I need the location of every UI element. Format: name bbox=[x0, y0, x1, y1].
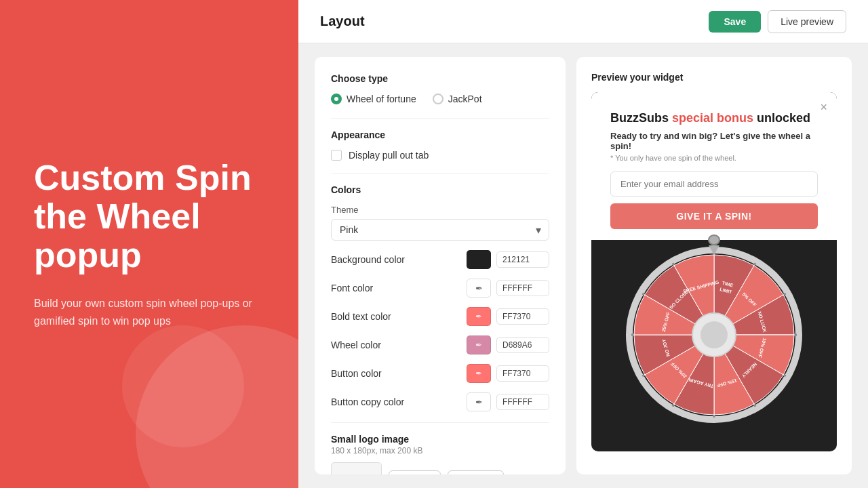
button-color-hex[interactable] bbox=[496, 365, 549, 382]
logo-subtitle: 180 x 180px, max 200 kB bbox=[331, 446, 549, 455]
radio-label-jackpot: JackPot bbox=[448, 94, 482, 104]
bold-text-color-row: Bold text color ✒ bbox=[331, 307, 549, 326]
pointer-circle bbox=[708, 235, 720, 245]
display-pull-tab-checkbox[interactable] bbox=[331, 150, 342, 161]
widget-brand: BuzzSubs bbox=[610, 111, 669, 125]
wheel-container: TIMELIMIT5% OFFNO LUCK10% OFFNEARLY15% O… bbox=[626, 247, 802, 423]
top-bar: Layout Save Live preview bbox=[298, 0, 868, 43]
background-color-row: Background color bbox=[331, 250, 549, 269]
button-color-input-group: ✒ bbox=[467, 364, 549, 383]
wheel-color-input-group: ✒ bbox=[467, 336, 549, 354]
bold-text-color-hex[interactable] bbox=[496, 308, 549, 325]
background-color-swatch[interactable] bbox=[467, 250, 491, 269]
font-color-hex[interactable] bbox=[496, 280, 549, 296]
save-button[interactable]: Save bbox=[709, 11, 761, 33]
svg-point-26 bbox=[701, 321, 728, 348]
theme-select[interactable]: Pink Red Blue Green Custom bbox=[331, 219, 549, 241]
radio-jackpot[interactable]: JackPot bbox=[433, 94, 482, 104]
left-description: Build your own custom spin wheel pop-ups… bbox=[34, 295, 264, 329]
divider-1 bbox=[331, 118, 549, 119]
logo-upload-row: 180 x 180px Browse Remove bbox=[331, 462, 549, 474]
theme-section: Theme Pink Red Blue Green Custom bbox=[331, 205, 549, 241]
button-color-swatch[interactable]: ✒ bbox=[467, 364, 491, 383]
logo-placeholder: 180 x 180px bbox=[331, 462, 382, 474]
font-color-label: Font color bbox=[331, 283, 373, 293]
live-preview-button[interactable]: Live preview bbox=[768, 10, 846, 33]
font-color-row: Font color ✒ bbox=[331, 279, 549, 298]
remove-button[interactable]: Remove bbox=[448, 470, 503, 474]
page-title: Layout bbox=[320, 14, 365, 29]
button-copy-color-eyedropper[interactable]: ✒ bbox=[467, 392, 491, 411]
right-panel: Layout Save Live preview Choose type Whe… bbox=[298, 0, 868, 488]
button-color-label: Button color bbox=[331, 368, 382, 379]
radio-label-wheel: Wheel of fortune bbox=[347, 94, 416, 104]
radio-dot-jackpot bbox=[433, 94, 443, 104]
preview-title: Preview your widget bbox=[591, 72, 837, 83]
wheel-color-row: Wheel color ✒ bbox=[331, 336, 549, 354]
widget-headline: BuzzSubs special bonus unlocked bbox=[610, 111, 818, 125]
wheel-svg: TIMELIMIT5% OFFNO LUCK10% OFFNEARLY15% O… bbox=[626, 247, 802, 423]
appearance-heading: Appearance bbox=[331, 129, 549, 140]
colors-heading: Colors bbox=[331, 184, 549, 195]
bold-text-color-label: Bold text color bbox=[331, 311, 391, 322]
font-color-input-group: ✒ bbox=[467, 279, 549, 298]
background-color-input-group bbox=[467, 250, 549, 269]
button-copy-color-hex[interactable] bbox=[496, 394, 549, 410]
button-copy-color-label: Button copy color bbox=[331, 396, 404, 407]
font-color-eyedropper[interactable]: ✒ bbox=[467, 279, 491, 298]
eyedropper-icon: ✒ bbox=[475, 283, 483, 293]
widget-email-input[interactable] bbox=[610, 171, 818, 197]
widget-preview: × BuzzSubs special bonus unlocked Ready … bbox=[591, 92, 837, 451]
logo-section: Small logo image 180 x 180px, max 200 kB… bbox=[331, 434, 549, 474]
wheel-color-swatch[interactable]: ✒ bbox=[467, 336, 491, 354]
radio-dot-wheel bbox=[331, 94, 342, 104]
choose-type-row: Wheel of fortune JackPot bbox=[331, 94, 549, 104]
background-color-hex[interactable] bbox=[496, 251, 549, 268]
left-title: Custom Spin the Wheel popup bbox=[34, 159, 264, 275]
left-panel: Custom Spin the Wheel popup Build your o… bbox=[0, 0, 298, 488]
theme-label: Theme bbox=[331, 205, 549, 215]
appearance-row: Display pull out tab bbox=[331, 150, 549, 161]
eyedropper-icon-bold: ✒ bbox=[475, 312, 482, 321]
widget-note: * You only have one spin of the wheel. bbox=[610, 154, 818, 162]
divider-2 bbox=[331, 173, 549, 174]
content-area: Choose type Wheel of fortune JackPot App… bbox=[298, 43, 868, 488]
divider-3 bbox=[331, 422, 549, 423]
theme-select-wrapper: Pink Red Blue Green Custom bbox=[331, 219, 549, 241]
wheel-area: TIMELIMIT5% OFFNO LUCK10% OFFNEARLY15% O… bbox=[591, 240, 837, 423]
widget-top: BuzzSubs special bonus unlocked Ready to… bbox=[591, 92, 837, 240]
widget-close-button[interactable]: × bbox=[820, 100, 827, 115]
wheel-pointer bbox=[707, 235, 722, 255]
pointer-triangle bbox=[709, 245, 719, 255]
display-pull-tab-label: Display pull out tab bbox=[349, 150, 429, 161]
settings-panel: Choose type Wheel of fortune JackPot App… bbox=[315, 57, 566, 474]
widget-special-text: special bonus bbox=[672, 111, 753, 125]
top-bar-actions: Save Live preview bbox=[709, 10, 846, 33]
bold-text-color-input-group: ✒ bbox=[467, 307, 549, 326]
eyedropper-icon-copy: ✒ bbox=[475, 397, 483, 407]
widget-headline-suffix: unlocked bbox=[757, 111, 810, 125]
wheel-color-hex[interactable] bbox=[496, 337, 549, 353]
button-copy-color-input-group: ✒ bbox=[467, 392, 549, 411]
background-color-label: Background color bbox=[331, 254, 405, 265]
button-copy-color-row: Button copy color ✒ bbox=[331, 392, 549, 411]
bold-text-color-swatch[interactable]: ✒ bbox=[467, 307, 491, 326]
widget-spin-button[interactable]: GIVE IT A SPIN! bbox=[610, 203, 818, 229]
wheel-color-label: Wheel color bbox=[331, 340, 381, 350]
logo-title: Small logo image bbox=[331, 434, 549, 445]
radio-wheel-of-fortune[interactable]: Wheel of fortune bbox=[331, 94, 416, 104]
widget-subtext: Ready to try and win big? Let's give the… bbox=[610, 131, 818, 151]
eyedropper-icon-button: ✒ bbox=[475, 369, 482, 378]
eyedropper-icon-wheel: ✒ bbox=[475, 340, 482, 350]
browse-button[interactable]: Browse bbox=[389, 470, 441, 474]
choose-type-heading: Choose type bbox=[331, 73, 549, 84]
preview-panel: Preview your widget × BuzzSubs special b… bbox=[576, 57, 852, 474]
button-color-row: Button color ✒ bbox=[331, 364, 549, 383]
